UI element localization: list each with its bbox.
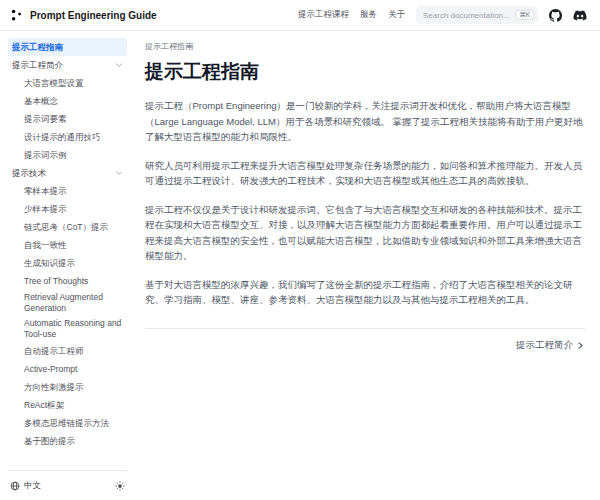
sidebar-nav: 提示工程指南 提示工程简介 大语言模型设置 基本概念 提示词要素 设计提示的通用… [8,38,127,470]
sidebar-item-react[interactable]: ReAct框架 [8,396,127,414]
next-page-link[interactable]: 提示工程简介 [516,339,585,352]
brand-title: Prompt Engineering Guide [30,10,157,21]
sidebar-item-label: 大语言模型设置 [24,78,84,89]
sidebar-item-prompt-examples[interactable]: 提示词示例 [8,146,127,164]
sidebar-item-generated-knowledge[interactable]: 生成知识提示 [8,254,127,272]
sidebar-footer: 中文 [8,470,127,500]
chevron-down-icon [115,169,123,177]
sidebar-item-label: 提示技术 [12,168,46,179]
sidebar-item-general-tips[interactable]: 设计提示的通用技巧 [8,128,127,146]
search-placeholder: Search documentation... [423,11,509,20]
main-content: 提示工程指南 提示工程指南 提示工程（Prompt Engineering）是一… [135,31,600,500]
sidebar-item-prompt-elements[interactable]: 提示词要素 [8,110,127,128]
page-title: 提示工程指南 [145,59,585,85]
paragraph: 基于对大语言模型的浓厚兴趣，我们编写了这份全新的提示工程指南，介绍了大语言模型相… [145,277,585,308]
paragraph: 提示工程不仅仅是关于设计和研发提示词。它包含了与大语言模型交互和研发的各种技能和… [145,202,585,264]
sidebar-item-label: 自动提示工程师 [24,346,84,357]
paragraph: 研究人员可利用提示工程来提升大语言模型处理复杂任务场景的能力，如问答和算术推理能… [145,158,585,189]
sidebar-item-directional-stimulus[interactable]: 方向性刺激提示 [8,378,127,396]
nav-link-course[interactable]: 提示工程课程 [298,9,349,21]
sidebar-item-label: 少样本提示 [24,204,67,215]
sidebar: 提示工程指南 提示工程简介 大语言模型设置 基本概念 提示词要素 设计提示的通用… [0,31,135,500]
page-layout: 提示工程指南 提示工程简介 大语言模型设置 基本概念 提示词要素 设计提示的通用… [0,31,600,500]
top-header: Prompt Engineering Guide 提示工程课程 服务 关于 Se… [0,0,600,31]
sidebar-item-cot[interactable]: 链式思考（CoT）提示 [8,218,127,236]
search-input[interactable]: Search documentation... ⌘K [416,6,538,24]
sidebar-item-few-shot[interactable]: 少样本提示 [8,200,127,218]
sidebar-item-label: 自我一致性 [24,240,67,251]
chevron-right-icon [576,341,585,350]
sidebar-item-label: 提示工程简介 [12,60,63,71]
sidebar-item-label: 基于图的提示 [24,436,75,447]
sidebar-item-guide[interactable]: 提示工程指南 [8,38,127,56]
sidebar-item-zero-shot[interactable]: 零样本提示 [8,182,127,200]
sidebar-item-ape[interactable]: 自动提示工程师 [8,342,127,360]
header-right: 提示工程课程 服务 关于 Search documentation... ⌘K [298,6,587,24]
paragraph: 提示工程（Prompt Engineering）是一门较新的学科，关注提示词开发… [145,98,585,145]
sun-icon [115,481,125,491]
nav-link-about[interactable]: 关于 [388,9,405,21]
brand-link[interactable]: Prompt Engineering Guide [11,9,157,22]
sidebar-item-self-consistency[interactable]: 自我一致性 [8,236,127,254]
sidebar-item-label: Retrieval Augmented Generation [24,292,123,314]
sidebar-item-label: 链式思考（CoT）提示 [24,222,108,233]
sidebar-item-label: 基本概念 [24,96,58,107]
nav-link-services[interactable]: 服务 [360,9,377,21]
sidebar-item-graph-prompting[interactable]: 基于图的提示 [8,432,127,450]
sidebar-section-techniques[interactable]: 提示技术 [8,164,127,182]
pagination: 提示工程简介 [145,328,585,352]
next-page-label: 提示工程简介 [516,339,573,352]
sidebar-item-label: Tree of Thoughts [24,276,88,287]
sidebar-item-rag[interactable]: Retrieval Augmented Generation [8,290,127,316]
language-switcher[interactable]: 中文 [10,480,41,492]
breadcrumb: 提示工程指南 [145,41,585,52]
sidebar-item-art[interactable]: Automatic Reasoning and Tool-use [8,316,127,342]
logo-icon [11,9,24,22]
sidebar-item-label: Active-Prompt [24,364,77,375]
sidebar-item-basics[interactable]: 基本概念 [8,92,127,110]
sidebar-item-label: 提示词要素 [24,114,67,125]
globe-icon [10,481,20,491]
search-shortcut-kbd: ⌘K [515,10,534,21]
github-icon[interactable] [549,9,562,22]
sidebar-item-label: ReAct框架 [24,400,64,411]
sidebar-item-label: 方向性刺激提示 [24,382,84,393]
sidebar-item-multimodal-cot[interactable]: 多模态思维链提示方法 [8,414,127,432]
sidebar-item-tree-of-thoughts[interactable]: Tree of Thoughts [8,272,127,290]
sidebar-item-label: 提示工程指南 [12,42,63,53]
chevron-down-icon [115,61,123,69]
theme-toggle[interactable] [115,481,125,491]
sidebar-item-label: 零样本提示 [24,186,67,197]
sidebar-item-label: 多模态思维链提示方法 [24,418,109,429]
sidebar-item-llm-settings[interactable]: 大语言模型设置 [8,74,127,92]
sidebar-item-label: 提示词示例 [24,150,67,161]
sidebar-item-label: 生成知识提示 [24,258,75,269]
sidebar-section-introduction[interactable]: 提示工程简介 [8,56,127,74]
language-label: 中文 [24,480,41,492]
discord-icon[interactable] [573,9,587,22]
sidebar-item-active-prompt[interactable]: Active-Prompt [8,360,127,378]
sidebar-item-label: 设计提示的通用技巧 [24,132,101,143]
sidebar-item-label: Automatic Reasoning and Tool-use [24,318,123,340]
